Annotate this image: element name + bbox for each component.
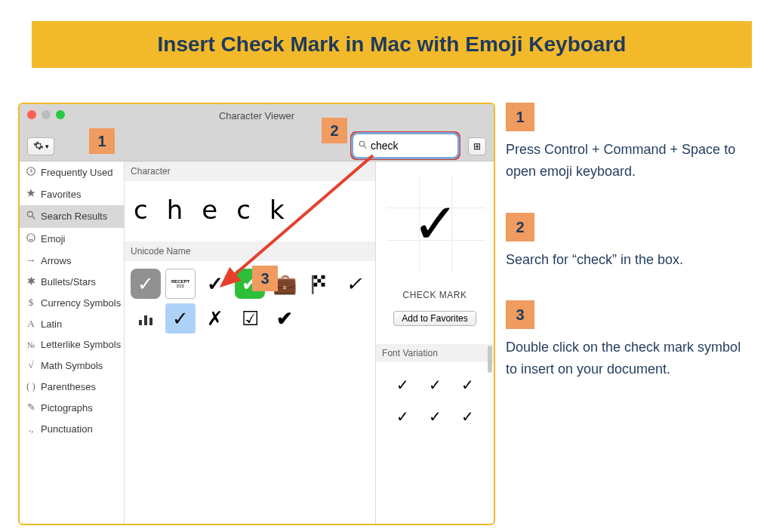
- sidebar-item-label: Arrows: [41, 255, 71, 266]
- results-panel: Character check Unicode Name ✓RECEPT≡≡≡✓…: [125, 161, 375, 524]
- svg-rect-10: [318, 275, 322, 279]
- settings-menu-button[interactable]: ▾: [27, 137, 54, 155]
- sidebar-item[interactable]: ✱Bullets/Stars: [20, 271, 124, 292]
- character-section-label: Character: [125, 161, 375, 181]
- svg-rect-11: [322, 275, 325, 279]
- sidebar-item-label: Latin: [41, 318, 62, 330]
- sidebar-item[interactable]: Emoji: [20, 228, 124, 250]
- unicode-section-label: Unicode Name: [125, 241, 375, 261]
- sidebar-item[interactable]: ✎Pictographs: [20, 397, 124, 418]
- result-receipt[interactable]: RECEPT≡≡≡: [165, 269, 196, 299]
- result-chequered-flag[interactable]: [304, 269, 334, 299]
- gear-icon: [33, 140, 44, 153]
- character-breakdown: check: [125, 181, 375, 241]
- No-icon: №: [26, 339, 36, 350]
- svg-line-1: [364, 146, 366, 148]
- paren-icon: ( ): [26, 380, 36, 392]
- asterisk-icon: ✱: [26, 275, 36, 288]
- A-icon: A: [26, 318, 36, 330]
- char-glyph[interactable]: h: [167, 195, 184, 225]
- svg-rect-12: [314, 279, 318, 283]
- sidebar-item-label: Search Results: [41, 211, 107, 222]
- search-field-wrap: ✕: [353, 134, 457, 157]
- toggle-compact-button[interactable]: ⊞: [468, 137, 486, 155]
- variation-glyph[interactable]: ✓: [396, 407, 409, 426]
- result-heavy-check-2[interactable]: ✔: [269, 303, 300, 334]
- sidebar-item[interactable]: Frequently Used: [20, 161, 124, 183]
- sidebar-item[interactable]: ., Punctuation: [20, 418, 124, 439]
- sqrt-icon: √: [26, 359, 36, 371]
- svg-rect-18: [139, 320, 142, 325]
- svg-rect-14: [322, 279, 325, 283]
- sidebar-item-label: Currency Symbols: [41, 297, 121, 309]
- step-2: 2 Search for “check” in the box.: [506, 213, 755, 271]
- search-field[interactable]: ✕: [353, 134, 457, 157]
- step-number: 1: [506, 103, 534, 131]
- add-to-favorites-button[interactable]: Add to Favorites: [393, 311, 476, 326]
- svg-rect-20: [149, 318, 152, 325]
- sidebar-item-label: Math Symbols: [41, 360, 103, 371]
- char-glyph[interactable]: c: [236, 195, 251, 225]
- clock-icon: [26, 166, 36, 179]
- quote-icon: .,: [26, 423, 36, 435]
- sidebar-item[interactable]: Favorites: [20, 183, 124, 205]
- svg-line-4: [32, 217, 35, 220]
- sidebar-item-label: Letterlike Symbols: [41, 339, 121, 350]
- variation-glyph[interactable]: ✓: [429, 407, 442, 426]
- collapse-icon: ⊞: [473, 141, 481, 152]
- char-glyph[interactable]: k: [269, 195, 285, 225]
- preview-name: CHECK MARK: [403, 290, 467, 300]
- instructions: 1 Press Control + Command + Space to ope…: [506, 103, 755, 380]
- preview-glyph-area: ✓: [386, 175, 485, 273]
- step-text: Double click on the check mark symbol to…: [506, 337, 755, 380]
- svg-point-7: [32, 236, 32, 237]
- preview-panel: ✓ CHECK MARK Add to Favorites Font Varia…: [375, 161, 494, 524]
- svg-rect-19: [144, 315, 147, 325]
- variation-glyph[interactable]: ✓: [461, 407, 474, 426]
- result-ballot-box-check[interactable]: ✓: [131, 269, 161, 299]
- sidebar-item-label: Punctuation: [41, 423, 93, 435]
- preview-glyph: ✓: [386, 175, 485, 273]
- font-variations: ✓ ✓ ✓ ✓ ✓ ✓: [380, 362, 491, 439]
- result-check-mark[interactable]: ✓: [165, 303, 196, 334]
- annotation-badge-3: 3: [252, 266, 278, 291]
- result-light-check[interactable]: ✓: [339, 269, 369, 299]
- sidebar-item[interactable]: №Letterlike Symbols: [20, 334, 124, 355]
- page-title: Insert Check Mark in Mac with Emoji Keyb…: [158, 32, 627, 57]
- sidebar-item[interactable]: $Currency Symbols: [20, 292, 124, 313]
- result-ballot-box[interactable]: ☑: [235, 303, 265, 334]
- window-title: Character Viewer: [20, 110, 494, 121]
- dollar-icon: $: [26, 297, 36, 309]
- variation-glyph[interactable]: ✓: [429, 376, 442, 394]
- sidebar-item[interactable]: ( )Parentheses: [20, 376, 124, 397]
- variation-glyph[interactable]: ✓: [396, 376, 409, 394]
- sidebar-item[interactable]: Search Results: [20, 205, 124, 227]
- annotation-badge-2: 2: [322, 118, 347, 143]
- svg-point-6: [29, 236, 30, 237]
- variation-glyph[interactable]: ✓: [461, 376, 474, 394]
- result-x-mark[interactable]: ✗: [200, 303, 230, 334]
- step-text: Search for “check” in the box.: [506, 249, 755, 271]
- result-heavy-check[interactable]: ✓: [200, 269, 230, 299]
- scrollbar[interactable]: [488, 346, 492, 373]
- sidebar-item-label: Parentheses: [41, 381, 96, 392]
- sidebar: Frequently UsedFavoritesSearch ResultsEm…: [20, 161, 125, 524]
- svg-rect-9: [314, 275, 318, 279]
- arrow-icon: →: [26, 254, 36, 266]
- search-icon: [358, 139, 368, 152]
- sidebar-item[interactable]: √Math Symbols: [20, 355, 124, 376]
- sidebar-item[interactable]: ALatin: [20, 313, 124, 334]
- search-icon: [26, 210, 36, 223]
- result-chart-bars[interactable]: [131, 303, 161, 334]
- svg-rect-17: [322, 283, 325, 287]
- page-title-bar: Insert Check Mark in Mac with Emoji Keyb…: [32, 21, 752, 68]
- sidebar-item[interactable]: →Arrows: [20, 250, 124, 271]
- sidebar-item-label: Frequently Used: [41, 167, 112, 178]
- step-text: Press Control + Command + Space to open …: [506, 139, 755, 183]
- step-number: 2: [506, 213, 534, 241]
- char-glyph[interactable]: e: [202, 195, 218, 225]
- star-icon: [26, 188, 36, 201]
- char-glyph[interactable]: c: [134, 195, 149, 225]
- character-viewer-window: Character Viewer ▾ ✕ ⊞ Frequently UsedFa…: [18, 103, 495, 525]
- svg-point-0: [359, 141, 365, 146]
